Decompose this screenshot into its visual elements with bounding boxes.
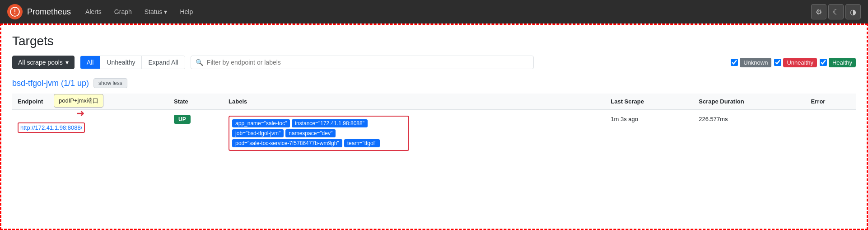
search-input[interactable]	[207, 59, 529, 66]
scrape-duration-cell: 226.577ms	[693, 110, 805, 156]
healthy-filter: Healthy	[820, 58, 856, 67]
alerts-link[interactable]: Alerts	[80, 5, 107, 19]
error-cell	[806, 110, 856, 156]
contrast-icon: ◑	[850, 8, 856, 16]
healthy-checkbox[interactable]	[820, 59, 827, 66]
graph-link[interactable]: Graph	[109, 5, 137, 19]
status-link[interactable]: Status ▾	[139, 5, 173, 19]
status-dropdown-icon: ▾	[164, 8, 167, 15]
moon-icon: ☾	[833, 8, 839, 16]
page-title: Targets	[12, 34, 856, 48]
label-app-name[interactable]: app_name="sale-toc"	[232, 119, 290, 127]
svg-rect-1	[14, 9, 15, 12]
search-icon: 🔍	[196, 59, 203, 66]
show-less-button[interactable]: show less	[93, 78, 127, 88]
targets-table: Endpoint State Labels Last Scrape Scrape…	[12, 94, 856, 156]
th-scrape-duration: Scrape Duration	[693, 94, 805, 110]
th-last-scrape: Last Scrape	[605, 94, 693, 110]
brand: Prometheus	[7, 4, 71, 19]
labels-container: app_name="sale-toc" instance="172.41.1.9…	[229, 116, 409, 151]
unknown-checkbox[interactable]	[731, 59, 738, 66]
unknown-filter: Unknown	[731, 58, 771, 67]
label-job[interactable]: job="bsd-tfgol-jvm"	[232, 129, 284, 137]
navbar-actions: ⚙ ☾ ◑	[811, 4, 861, 19]
settings-button[interactable]: ⚙	[811, 4, 826, 19]
unhealthy-badge: Unhealthy	[783, 58, 817, 67]
label-instance[interactable]: instance="172.41.1.98:8088"	[292, 119, 368, 127]
section-header: bsd-tfgol-jvm (1/1 up) show less	[12, 78, 856, 88]
annotation-callout: podIP+jmx端口	[54, 94, 103, 108]
filter-all-button[interactable]: All	[80, 56, 101, 69]
labels-cell: app_name="sale-toc" instance="172.41.1.9…	[223, 110, 605, 156]
table-header-row: Endpoint State Labels Last Scrape Scrape…	[12, 94, 856, 110]
state-cell: UP	[168, 110, 223, 156]
unhealthy-checkbox[interactable]	[774, 59, 781, 66]
prometheus-logo	[7, 4, 23, 19]
contrast-button[interactable]: ◑	[845, 4, 861, 19]
label-pod[interactable]: pod="sale-toc-service-7f5786477b-wm9gh"	[232, 139, 342, 147]
healthy-badge: Healthy	[829, 58, 856, 67]
navbar-links: Alerts Graph Status ▾ Help	[80, 5, 802, 19]
annotation-arrow: ➜	[76, 108, 84, 119]
brand-name: Prometheus	[27, 7, 71, 17]
unhealthy-filter: Unhealthy	[774, 58, 817, 67]
dark-mode-button[interactable]: ☾	[828, 4, 844, 19]
search-box: 🔍	[191, 56, 534, 69]
navbar: Prometheus Alerts Graph Status ▾ Help ⚙ …	[0, 0, 868, 23]
unknown-badge: Unknown	[740, 58, 771, 67]
section-title[interactable]: bsd-tfgol-jvm (1/1 up)	[12, 79, 89, 88]
toolbar: All scrape pools All Unhealthy Expand Al…	[12, 56, 856, 69]
table-row: podIP+jmx端口 ➜ http://172.41.1.98:8088/ U…	[12, 110, 856, 156]
svg-rect-2	[14, 13, 15, 14]
main-content: Targets All scrape pools All Unhealthy E…	[0, 23, 868, 230]
scrape-pools-dropdown[interactable]: All scrape pools	[12, 56, 75, 69]
filter-expand-all-button[interactable]: Expand All	[142, 56, 184, 69]
endpoint-cell: podIP+jmx端口 ➜ http://172.41.1.98:8088/	[12, 110, 168, 156]
state-badge: UP	[174, 115, 191, 124]
th-state: State	[168, 94, 223, 110]
settings-icon: ⚙	[816, 8, 822, 16]
last-scrape-cell: 1m 3s ago	[605, 110, 693, 156]
th-labels: Labels	[223, 94, 605, 110]
filter-unhealthy-button[interactable]: Unhealthy	[100, 56, 142, 69]
status-filters: Unknown Unhealthy Healthy	[731, 58, 856, 67]
filter-group: All Unhealthy Expand All	[80, 56, 185, 69]
endpoint-link[interactable]: http://172.41.1.98:8088/	[18, 122, 85, 133]
th-error: Error	[806, 94, 856, 110]
label-team[interactable]: team="tfgol"	[344, 139, 380, 147]
label-namespace[interactable]: namespace="dev"	[285, 129, 336, 137]
help-link[interactable]: Help	[174, 5, 198, 19]
